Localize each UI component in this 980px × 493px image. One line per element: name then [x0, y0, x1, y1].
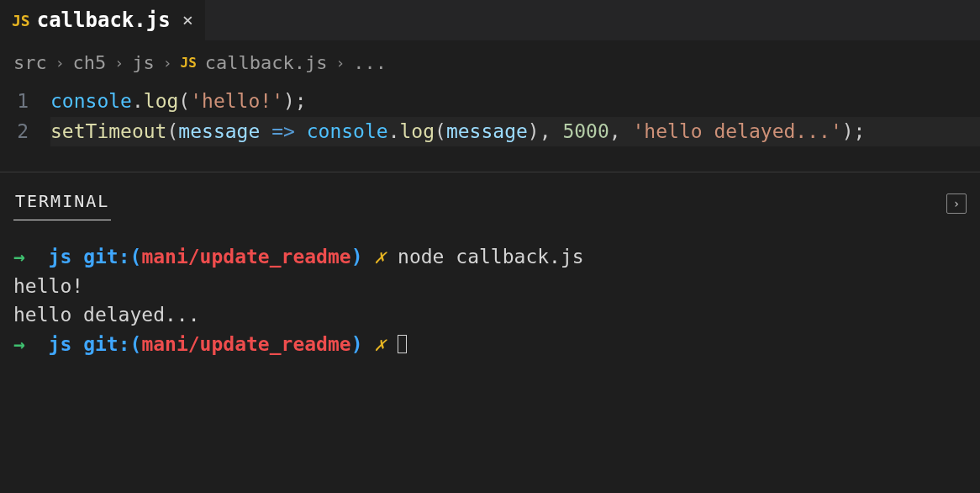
terminal-output-line: hello!: [13, 272, 967, 301]
js-file-icon: JS: [12, 12, 30, 29]
code-line[interactable]: console.log('hello!');: [50, 87, 980, 117]
terminal-panel: TERMINAL › → js git:(mani/update_readme)…: [0, 172, 980, 493]
code-editor[interactable]: 1console.log('hello!');2setTimeout(messa…: [0, 80, 980, 172]
chevron-right-icon: ›: [114, 54, 124, 72]
code-line[interactable]: setTimeout(message => console.log(messag…: [50, 117, 980, 147]
line-number: 1: [0, 87, 50, 117]
chevron-right-icon: ›: [163, 54, 172, 72]
breadcrumb-symbol[interactable]: ...: [353, 52, 387, 73]
terminal-body[interactable]: → js git:(mani/update_readme) ✗ node cal…: [13, 242, 967, 358]
chevron-right-icon[interactable]: ›: [946, 193, 967, 214]
terminal-line: → js git:(mani/update_readme) ✗: [13, 330, 967, 359]
cursor-icon: [398, 335, 407, 353]
terminal-output-line: hello delayed...: [13, 300, 967, 330]
js-file-icon: JS: [181, 55, 197, 71]
breadcrumb-file[interactable]: callback.js: [205, 52, 328, 73]
line-number: 2: [0, 117, 50, 147]
editor-tab[interactable]: JS callback.js ×: [0, 0, 206, 40]
breadcrumb-segment[interactable]: ch5: [73, 52, 107, 73]
chevron-right-icon: ›: [336, 54, 345, 72]
breadcrumb[interactable]: src › ch5 › js › JS callback.js › ...: [0, 40, 980, 80]
breadcrumb-segment[interactable]: src: [13, 52, 47, 73]
terminal-tab[interactable]: TERMINAL: [13, 186, 111, 220]
terminal-header: TERMINAL ›: [13, 186, 967, 220]
tab-bar: JS callback.js ×: [0, 0, 980, 40]
terminal-line: → js git:(mani/update_readme) ✗ node cal…: [13, 242, 967, 272]
tab-filename: callback.js: [37, 8, 171, 32]
close-icon[interactable]: ×: [182, 11, 193, 29]
chevron-right-icon: ›: [55, 54, 65, 72]
breadcrumb-segment[interactable]: js: [132, 52, 155, 73]
